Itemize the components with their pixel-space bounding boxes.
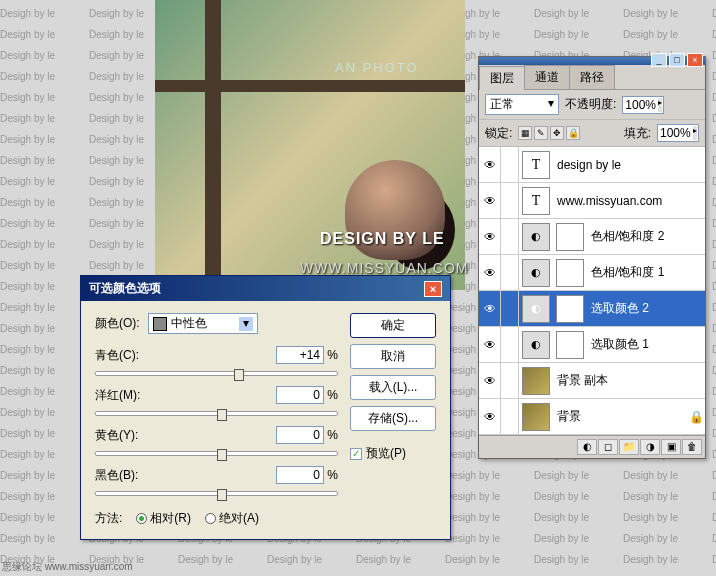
watermark-line1: DESIGN BY LE xyxy=(320,230,445,248)
lock-transparency-icon[interactable]: ▦ xyxy=(518,126,532,140)
tab-channels[interactable]: 通道 xyxy=(524,65,570,89)
slider-thumb-icon[interactable] xyxy=(234,369,244,381)
color-dropdown[interactable]: 中性色 ▾ xyxy=(148,313,258,334)
layer-link-cell[interactable] xyxy=(501,147,519,182)
layer-link-cell[interactable] xyxy=(501,327,519,362)
minimize-icon[interactable]: _ xyxy=(651,53,667,67)
layer-name-label[interactable]: design by le xyxy=(553,158,705,172)
visibility-eye-icon[interactable]: 👁 xyxy=(479,291,501,326)
layer-link-cell[interactable] xyxy=(501,363,519,398)
layer-mask-thumb xyxy=(556,331,584,359)
layer-style-icon[interactable]: ◐ xyxy=(577,439,597,455)
fill-label: 填充: xyxy=(624,125,651,142)
layer-item[interactable]: 👁 ◐ 色相/饱和度 2 xyxy=(479,219,705,255)
tab-layers[interactable]: 图层 xyxy=(479,66,525,90)
slider-input-3[interactable] xyxy=(276,466,324,484)
layer-name-label[interactable]: 选取颜色 2 xyxy=(587,300,705,317)
delete-layer-icon[interactable]: 🗑 xyxy=(682,439,702,455)
layer-link-cell[interactable] xyxy=(501,255,519,290)
panel-bottom-toolbar: ◐ ◻ 📁 ◑ ▣ 🗑 xyxy=(479,435,705,458)
selective-color-dialog: 可选颜色选项 × 颜色(O): 中性色 ▾ 青色(C): % 洋红(M): % xyxy=(80,275,451,540)
method-absolute-radio[interactable]: 绝对(A) xyxy=(205,510,259,527)
layer-name-label[interactable]: 色相/饱和度 2 xyxy=(587,228,705,245)
ok-button[interactable]: 确定 xyxy=(350,313,436,338)
layer-item[interactable]: 👁 背景 🔒 xyxy=(479,399,705,435)
photo-watermark-text: AN PHOTO xyxy=(335,60,419,75)
slider-track-1[interactable] xyxy=(95,406,338,420)
layer-link-cell[interactable] xyxy=(501,399,519,434)
slider-input-1[interactable] xyxy=(276,386,324,404)
adjustment-layer-icon: ◐ xyxy=(522,295,550,323)
opacity-input[interactable]: 100%▸ xyxy=(622,96,664,114)
layer-item[interactable]: 👁 背景 副本 xyxy=(479,363,705,399)
slider-label: 黑色(B): xyxy=(95,467,138,484)
chevron-down-icon: ▾ xyxy=(548,96,554,113)
visibility-eye-icon[interactable]: 👁 xyxy=(479,363,501,398)
layer-link-cell[interactable] xyxy=(501,219,519,254)
layer-item[interactable]: 👁 ◐ 选取颜色 1 xyxy=(479,327,705,363)
lock-icon: 🔒 xyxy=(687,410,705,424)
tab-paths[interactable]: 路径 xyxy=(569,65,615,89)
layer-link-cell[interactable] xyxy=(501,183,519,218)
close-icon[interactable]: × xyxy=(424,281,442,297)
layer-list: 👁 T design by le 👁 T www.missyuan.com 👁 … xyxy=(479,147,705,435)
cancel-button[interactable]: 取消 xyxy=(350,344,436,369)
layer-name-label[interactable]: 选取颜色 1 xyxy=(587,336,705,353)
close-panel-icon[interactable]: × xyxy=(687,53,703,67)
adjustment-layer-icon: ◐ xyxy=(522,331,550,359)
lock-paint-icon[interactable]: ✎ xyxy=(534,126,548,140)
layer-name-label[interactable]: www.missyuan.com xyxy=(553,194,705,208)
layer-mask-thumb xyxy=(556,295,584,323)
slider-input-0[interactable] xyxy=(276,346,324,364)
slider-thumb-icon[interactable] xyxy=(217,409,227,421)
color-value: 中性色 xyxy=(171,315,207,332)
visibility-eye-icon[interactable]: 👁 xyxy=(479,399,501,434)
slider-label: 洋红(M): xyxy=(95,387,140,404)
save-button[interactable]: 存储(S)... xyxy=(350,406,436,431)
method-relative-radio[interactable]: 相对(R) xyxy=(136,510,191,527)
visibility-eye-icon[interactable]: 👁 xyxy=(479,327,501,362)
maximize-icon[interactable]: □ xyxy=(669,53,685,67)
slider-thumb-icon[interactable] xyxy=(217,449,227,461)
new-adjustment-icon[interactable]: ◑ xyxy=(640,439,660,455)
layer-item[interactable]: 👁 ◐ 色相/饱和度 1 xyxy=(479,255,705,291)
radio-checked-icon xyxy=(136,513,147,524)
layer-name-label[interactable]: 背景 xyxy=(553,408,687,425)
new-layer-icon[interactable]: ▣ xyxy=(661,439,681,455)
opacity-label: 不透明度: xyxy=(565,96,616,113)
layer-name-label[interactable]: 背景 副本 xyxy=(553,372,705,389)
image-layer-thumb xyxy=(522,403,550,431)
slider-track-3[interactable] xyxy=(95,486,338,500)
dialog-titlebar[interactable]: 可选颜色选项 × xyxy=(81,276,450,301)
layer-mask-icon[interactable]: ◻ xyxy=(598,439,618,455)
panel-tabs: 图层 通道 路径 xyxy=(479,65,705,90)
slider-label: 黄色(Y): xyxy=(95,427,138,444)
slider-thumb-icon[interactable] xyxy=(217,489,227,501)
preview-checkbox[interactable]: ✓ 预览(P) xyxy=(350,445,436,462)
dialog-title-text: 可选颜色选项 xyxy=(89,280,161,297)
slider-input-2[interactable] xyxy=(276,426,324,444)
visibility-eye-icon[interactable]: 👁 xyxy=(479,255,501,290)
lock-icons-group: ▦ ✎ ✥ 🔒 xyxy=(518,126,580,140)
layer-item[interactable]: 👁 T design by le xyxy=(479,147,705,183)
layer-mask-thumb xyxy=(556,259,584,287)
lock-all-icon[interactable]: 🔒 xyxy=(566,126,580,140)
layer-item[interactable]: 👁 T www.missyuan.com xyxy=(479,183,705,219)
fill-input[interactable]: 100%▸ xyxy=(657,124,699,142)
visibility-eye-icon[interactable]: 👁 xyxy=(479,219,501,254)
visibility-eye-icon[interactable]: 👁 xyxy=(479,183,501,218)
slider-track-2[interactable] xyxy=(95,446,338,460)
slider-track-0[interactable] xyxy=(95,366,338,380)
layer-link-cell[interactable] xyxy=(501,291,519,326)
lock-position-icon[interactable]: ✥ xyxy=(550,126,564,140)
new-set-icon[interactable]: 📁 xyxy=(619,439,639,455)
layer-item[interactable]: 👁 ◐ 选取颜色 2 xyxy=(479,291,705,327)
chevron-down-icon: ▾ xyxy=(239,317,253,331)
method-label: 方法: xyxy=(95,510,122,527)
layer-name-label[interactable]: 色相/饱和度 1 xyxy=(587,264,705,281)
load-button[interactable]: 载入(L)... xyxy=(350,375,436,400)
blend-mode-select[interactable]: 正常▾ xyxy=(485,94,559,115)
visibility-eye-icon[interactable]: 👁 xyxy=(479,147,501,182)
arrow-icon: ▸ xyxy=(658,98,662,112)
arrow-icon: ▸ xyxy=(693,126,697,140)
